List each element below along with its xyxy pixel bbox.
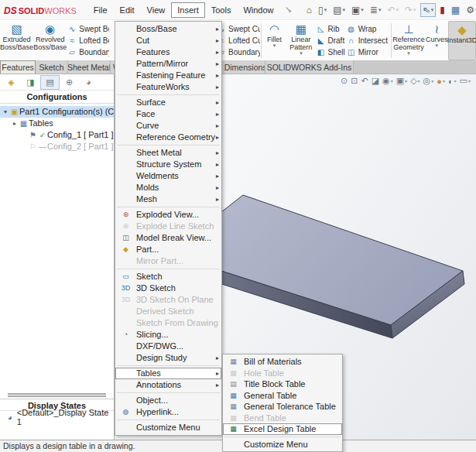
expand-arrow-icon[interactable]: ▾ <box>2 106 9 118</box>
insert-model-break-view[interactable]: ◫Model Break View... <box>115 232 221 244</box>
tables-title-block-table[interactable]: ▤Title Block Table <box>223 378 342 390</box>
insert-cut[interactable]: Cut▸ <box>115 35 221 46</box>
insert-exploded-view[interactable]: ⊛Exploded View... <box>115 209 221 221</box>
insert-surface[interactable]: Surface▸ <box>115 97 221 108</box>
view-orientation-icon[interactable]: ▣▾ <box>395 76 409 86</box>
dropdown-arrow-icon[interactable]: ▾ <box>361 7 364 13</box>
previous-view-icon[interactable]: ↶ <box>359 76 369 86</box>
spreadsheet-icon[interactable]: ▦ <box>449 3 462 17</box>
insert-features[interactable]: Features▸ <box>115 46 221 58</box>
fillet-button[interactable]: ◠Fillet▾ <box>262 21 286 60</box>
dropdown-arrow-icon[interactable]: ▾ <box>273 43 276 48</box>
reference-geometry-button[interactable]: ⊥ReferenceGeometry▾ <box>392 21 426 60</box>
tables-general-tolerance-table[interactable]: ▦General Tolerance Table <box>223 401 342 413</box>
tab-solidworks-add-ins[interactable]: SOLIDWORKS Add-Ins <box>265 60 354 74</box>
lofted-cut-button[interactable]: ≈Lofted Cut <box>216 35 260 46</box>
mirror-button[interactable]: ◫Mirror <box>346 46 390 58</box>
tree-item-config-2[interactable]: ⚐—Config_2 [ Part1 ] <box>0 141 114 152</box>
insert-customize-menu[interactable]: Customize Menu <box>115 422 221 433</box>
tables-customize-menu[interactable]: Customize Menu <box>223 439 342 450</box>
dropdown-arrow-icon[interactable]: ▾ <box>396 7 399 13</box>
insert-hyperlink[interactable]: ◍Hyperlink... <box>115 406 221 418</box>
dropdown-arrow-icon[interactable]: ▾ <box>391 78 393 84</box>
tables-general-table[interactable]: ▦General Table <box>223 390 342 402</box>
tab-sheet-metal[interactable]: Sheet Metal <box>68 60 111 74</box>
home-icon[interactable]: ⌂ <box>304 3 314 17</box>
zoom-to-area-icon[interactable]: ⊡ <box>349 76 359 86</box>
dropdown-arrow-icon[interactable]: ▾ <box>436 43 439 48</box>
extruded-boss-base-button[interactable]: ▧ExtrudedBoss/Base <box>0 21 33 60</box>
displaymanager-tab[interactable]: ◕ <box>79 75 98 90</box>
dropdown-arrow-icon[interactable]: ▾ <box>413 7 416 13</box>
tree-item-part1-configurations[interactable]: ▾▣Part1 Configuration(s) (Config_ <box>0 106 114 118</box>
insert-curve[interactable]: Curve▸ <box>115 120 221 132</box>
dropdown-arrow-icon[interactable]: ▾ <box>407 51 410 56</box>
dropdown-arrow-icon[interactable]: ▾ <box>454 78 457 84</box>
expand-arrow-icon[interactable]: ▸ <box>11 118 19 129</box>
tab-features[interactable]: Features <box>0 60 36 74</box>
insert-boss-base[interactable]: Boss/Base▸ <box>115 23 221 35</box>
curves-button[interactable]: ≀Curves▾ <box>426 21 448 60</box>
menu-edit[interactable]: Edit <box>114 2 141 18</box>
dropdown-arrow-icon[interactable]: ▾ <box>468 78 471 84</box>
dropdown-arrow-icon[interactable]: ▾ <box>443 78 445 84</box>
dropdown-arrow-icon[interactable]: ▾ <box>431 7 434 13</box>
insert-object[interactable]: Object... <box>115 395 221 406</box>
tables-bill-of-materials[interactable]: ▦Bill of Materials <box>223 356 342 368</box>
dropdown-arrow-icon[interactable]: ▾ <box>431 78 433 84</box>
dropdown-arrow-icon[interactable]: ▾ <box>378 7 382 13</box>
dropdown-arrow-icon[interactable]: ▾ <box>405 78 407 84</box>
rib-button[interactable]: ◺Rib <box>316 23 346 35</box>
tab-sketch[interactable]: Sketch <box>36 60 68 74</box>
save-icon[interactable]: ▣▾ <box>349 3 366 17</box>
zoom-to-fit-icon[interactable]: ⊙ <box>339 76 349 86</box>
linear-pattern-button[interactable]: ▦LinearPattern▾ <box>286 21 315 60</box>
propertymanager-tab[interactable]: ◨ <box>21 75 40 90</box>
insert-mesh[interactable]: Mesh▸ <box>115 193 221 205</box>
insert-tables[interactable]: Tables▸ <box>115 368 221 379</box>
intersect-button[interactable]: ∩Intersect <box>346 35 390 46</box>
lofted-boss-base-button[interactable]: ≈Lofted Boss/Base <box>67 35 109 46</box>
revolved-boss-base-button[interactable]: ◉RevolvedBoss/Base <box>33 21 67 60</box>
section-view-icon[interactable]: ◪ <box>370 76 381 86</box>
insert-reference-geometry[interactable]: Reference Geometry▸ <box>115 132 221 143</box>
shell-button[interactable]: ◧Shell <box>316 46 346 58</box>
swept-boss-base-button[interactable]: ∿Swept Boss/Base <box>67 23 109 35</box>
instant3d-button[interactable]: ◆Instant3D <box>448 21 476 60</box>
insert-fastening-feature[interactable]: Fastening Feature▸ <box>115 70 221 81</box>
boundary-cut-button[interactable]: ▱Boundary Cut <box>216 46 260 58</box>
resource-monitor-icon[interactable]: ▮ <box>437 3 447 17</box>
tables-excel-design-table[interactable]: ▦Excel Design Table <box>223 423 342 435</box>
insert-structure-system[interactable]: Structure System▸ <box>115 159 221 170</box>
panel-splitter[interactable] <box>0 391 114 399</box>
menu-view[interactable]: View <box>141 2 172 18</box>
insert-3d-sketch[interactable]: 3D3D Sketch <box>115 282 221 294</box>
configurationmanager-tab[interactable]: ▤ <box>40 75 60 90</box>
select-icon[interactable]: ⇖▾ <box>420 3 437 17</box>
insert-pattern-mirror[interactable]: Pattern/Mirror▸ <box>115 58 221 70</box>
insert-slicing[interactable]: ◔Slicing... <box>115 329 221 341</box>
apply-scene-icon[interactable]: ◐▾ <box>447 77 458 86</box>
insert-weldments[interactable]: Weldments▸ <box>115 170 221 182</box>
pin-icon[interactable]: ⊸ <box>282 4 294 16</box>
hide-show-items-icon[interactable]: ◎▾ <box>422 76 436 86</box>
view-settings-icon[interactable]: ▭▾ <box>458 76 472 86</box>
menu-file[interactable]: File <box>87 2 114 18</box>
options-gear-icon[interactable]: ⚙▾ <box>464 3 476 17</box>
insert-sketch[interactable]: ▭Sketch <box>115 271 221 282</box>
dropdown-arrow-icon[interactable]: ▾ <box>418 78 420 84</box>
menu-insert[interactable]: Insert <box>171 2 205 18</box>
featuremanager-tab[interactable]: ◈ <box>2 75 21 90</box>
print-icon[interactable]: ≣▾ <box>368 3 384 17</box>
insert-annotations[interactable]: Annotations▸ <box>115 379 221 391</box>
insert-sheet-metal[interactable]: Sheet Metal▸ <box>115 147 221 159</box>
tree-item-config-1[interactable]: ⚑✓Config_1 [ Part1 ] <box>0 129 114 141</box>
insert-face[interactable]: Face▸ <box>115 108 221 120</box>
insert-dxf-dwg[interactable]: DXF/DWG... <box>115 341 221 352</box>
dropdown-arrow-icon[interactable]: ▾ <box>324 7 327 13</box>
menu-tools[interactable]: Tools <box>205 2 238 18</box>
dropdown-arrow-icon[interactable]: ▾ <box>300 51 303 56</box>
insert-featureworks[interactable]: FeatureWorks▸ <box>115 81 221 93</box>
dimxpertmanager-tab[interactable]: ⊕ <box>60 75 79 90</box>
open-icon[interactable]: ▤▾ <box>330 3 348 17</box>
